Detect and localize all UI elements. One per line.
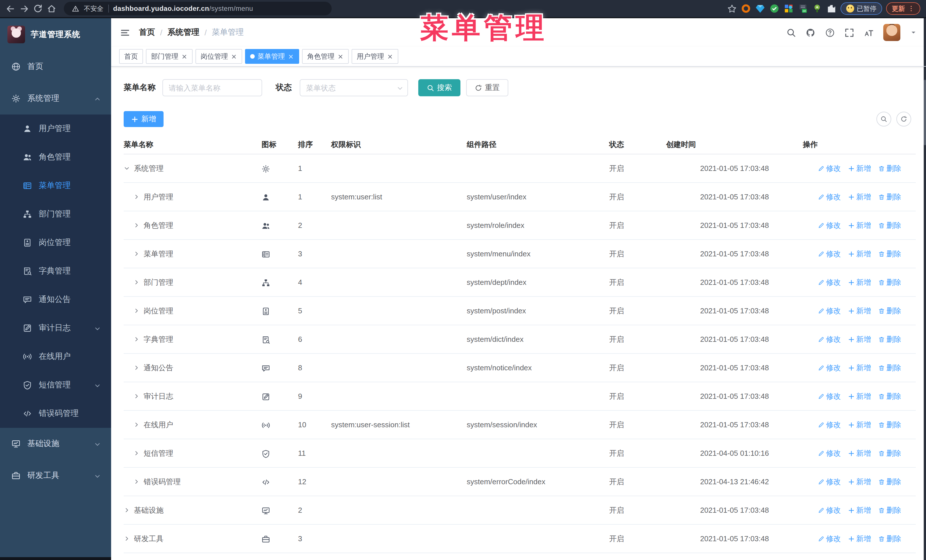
row-action-edit[interactable]: 修改 xyxy=(817,220,841,231)
row-action-delete[interactable]: 删除 xyxy=(878,220,901,231)
row-action-delete[interactable]: 删除 xyxy=(878,334,901,344)
row-action-add[interactable]: 新增 xyxy=(848,477,871,487)
row-action-delete[interactable]: 删除 xyxy=(878,277,901,287)
row-action-delete[interactable]: 删除 xyxy=(878,420,901,430)
close-icon[interactable] xyxy=(387,53,393,60)
ext-vpn-on-icon[interactable]: on xyxy=(797,3,808,14)
row-action-delete[interactable]: 删除 xyxy=(878,362,901,373)
sidebar-item-user[interactable]: 用户管理 xyxy=(0,115,111,143)
reload-icon[interactable] xyxy=(33,4,43,14)
expand-arrow-icon[interactable] xyxy=(133,308,139,314)
ext-gem-icon[interactable] xyxy=(755,3,765,14)
row-action-edit[interactable]: 修改 xyxy=(817,249,841,259)
row-action-delete[interactable]: 删除 xyxy=(878,249,901,259)
row-action-delete[interactable]: 删除 xyxy=(878,391,901,402)
expand-arrow-icon[interactable] xyxy=(124,536,130,542)
sidebar-item-online[interactable]: 在线用户 xyxy=(0,343,111,371)
row-action-delete[interactable]: 删除 xyxy=(878,306,901,316)
breadcrumb-system[interactable]: 系统管理 xyxy=(168,27,200,38)
ext-grid-icon[interactable] xyxy=(783,3,793,14)
row-action-add[interactable]: 新增 xyxy=(848,277,871,287)
row-action-edit[interactable]: 修改 xyxy=(817,277,841,287)
row-action-edit[interactable]: 修改 xyxy=(817,334,841,344)
expand-arrow-icon[interactable] xyxy=(133,365,139,371)
avatar-caret-down-icon[interactable] xyxy=(910,29,917,36)
expand-arrow-icon[interactable] xyxy=(133,279,139,285)
search-button[interactable]: 搜索 xyxy=(418,79,460,96)
row-action-edit[interactable]: 修改 xyxy=(817,420,841,430)
header-search-icon[interactable] xyxy=(787,28,796,37)
row-action-add[interactable]: 新增 xyxy=(848,533,871,544)
scrollbar-thumb[interactable] xyxy=(924,80,926,145)
status-select[interactable] xyxy=(300,79,408,96)
ext-ring-icon[interactable] xyxy=(740,3,751,14)
tab-post[interactable]: 岗位管理 xyxy=(195,49,242,64)
row-action-delete[interactable]: 删除 xyxy=(878,448,901,458)
sidebar-item-infra[interactable]: 基础设施 xyxy=(0,428,111,460)
hamburger-icon[interactable] xyxy=(120,28,130,37)
ext-green-icon[interactable] xyxy=(812,3,822,14)
expand-arrow-icon[interactable] xyxy=(133,450,139,456)
tab-user[interactable]: 用户管理 xyxy=(352,49,398,64)
row-action-edit[interactable]: 修改 xyxy=(817,306,841,316)
browser-update-button[interactable]: 更新 xyxy=(886,2,920,15)
tab-home[interactable]: 首页 xyxy=(119,49,143,64)
tab-role[interactable]: 角色管理 xyxy=(302,49,349,64)
paused-extension-badge[interactable]: 已暂停 xyxy=(840,2,882,15)
ext-shield-check-icon[interactable] xyxy=(769,3,779,14)
row-action-edit[interactable]: 修改 xyxy=(817,192,841,202)
sidebar-item-dept[interactable]: 部门管理 xyxy=(0,200,111,228)
row-action-delete[interactable]: 删除 xyxy=(878,192,901,202)
expand-arrow-icon[interactable] xyxy=(133,421,139,428)
row-action-delete[interactable]: 删除 xyxy=(878,477,901,487)
row-action-edit[interactable]: 修改 xyxy=(817,505,841,515)
row-action-delete[interactable]: 删除 xyxy=(878,505,901,515)
reset-button[interactable]: 重置 xyxy=(466,79,508,96)
collapse-arrow-icon[interactable] xyxy=(124,165,130,172)
expand-arrow-icon[interactable] xyxy=(133,478,139,485)
close-icon[interactable] xyxy=(337,53,343,60)
refresh-table-button[interactable] xyxy=(896,112,911,127)
breadcrumb-home[interactable]: 首页 xyxy=(139,27,155,38)
github-icon[interactable] xyxy=(806,28,816,37)
user-avatar[interactable] xyxy=(883,24,900,41)
help-icon[interactable] xyxy=(825,28,835,37)
row-action-add[interactable]: 新增 xyxy=(848,249,871,259)
row-action-delete[interactable]: 删除 xyxy=(878,533,901,544)
row-action-edit[interactable]: 修改 xyxy=(817,163,841,174)
bookmark-star-icon[interactable] xyxy=(727,4,737,14)
row-action-add[interactable]: 新增 xyxy=(848,362,871,373)
back-icon[interactable] xyxy=(6,4,15,14)
tab-dept[interactable]: 部门管理 xyxy=(146,49,193,64)
row-action-add[interactable]: 新增 xyxy=(848,163,871,174)
close-icon[interactable] xyxy=(181,53,188,60)
row-action-edit[interactable]: 修改 xyxy=(817,448,841,458)
forward-icon[interactable] xyxy=(20,4,29,14)
add-button[interactable]: 新增 xyxy=(124,111,163,127)
font-size-icon[interactable] xyxy=(864,28,873,37)
sidebar-item-system[interactable]: 系统管理 xyxy=(0,83,111,115)
row-action-delete[interactable]: 删除 xyxy=(878,163,901,174)
sidebar-item-menu[interactable]: 菜单管理 xyxy=(0,172,111,200)
sidebar-item-home[interactable]: 首页 xyxy=(0,51,111,83)
expand-arrow-icon[interactable] xyxy=(133,194,139,200)
row-action-add[interactable]: 新增 xyxy=(848,505,871,515)
browser-home-icon[interactable] xyxy=(47,4,56,14)
row-action-add[interactable]: 新增 xyxy=(848,220,871,231)
browser-menu-dots-icon[interactable] xyxy=(908,5,915,12)
ext-puzzle-icon[interactable] xyxy=(826,3,836,14)
fullscreen-icon[interactable] xyxy=(844,28,854,37)
row-action-edit[interactable]: 修改 xyxy=(817,477,841,487)
sidebar-item-dict[interactable]: 字典管理 xyxy=(0,257,111,285)
row-action-add[interactable]: 新增 xyxy=(848,334,871,344)
sidebar-item-tool[interactable]: 研发工具 xyxy=(0,460,111,492)
expand-arrow-icon[interactable] xyxy=(133,222,139,228)
row-action-edit[interactable]: 修改 xyxy=(817,533,841,544)
sidebar-item-post[interactable]: 岗位管理 xyxy=(0,228,111,257)
sidebar-item-log[interactable]: 审计日志 xyxy=(0,314,111,343)
close-icon[interactable] xyxy=(288,53,294,60)
sidebar-item-role[interactable]: 角色管理 xyxy=(0,143,111,172)
row-action-edit[interactable]: 修改 xyxy=(817,391,841,402)
row-action-edit[interactable]: 修改 xyxy=(817,362,841,373)
address-bar[interactable]: 不安全 dashboard.yudao.iocoder.cn/system/me… xyxy=(64,2,331,15)
